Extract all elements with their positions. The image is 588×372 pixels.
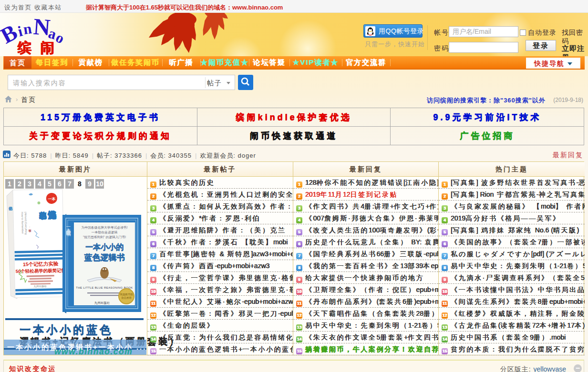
svg-text:How to Remember: How to Remember: [21, 212, 24, 234]
svg-text:一本: 一本: [48, 197, 55, 201]
svg-text:九州出版社: 九州出版社: [94, 301, 110, 305]
svg-text:(Almost) Everything: (Almost) Everything: [24, 211, 28, 234]
svg-text:蓝色逻辑书: 蓝色逻辑书: [84, 253, 125, 262]
svg-text:美国图书馆: 美国图书馆: [120, 293, 133, 296]
svg-text:一本小小的: 一本小小的: [85, 243, 124, 251]
svg-text:一本助你走进逻辑: 一本助你走进逻辑: [92, 231, 118, 234]
svg-text:15个记忆力实验: 15个记忆力实验: [23, 261, 59, 267]
svg-text:50个轻松易学的极简记忆: 50个轻松易学的极简记忆: [16, 268, 66, 274]
svg-text:"报刃思维利剑" 的逻辑入门书!: "报刃思维利剑" 的逻辑入门书!: [83, 235, 126, 239]
svg-text:为中国各级名牌大学考试必读书!: 为中国各级名牌大学考试必读书!: [81, 226, 127, 230]
svg-text:杂志推荐: 杂志推荐: [121, 296, 132, 299]
